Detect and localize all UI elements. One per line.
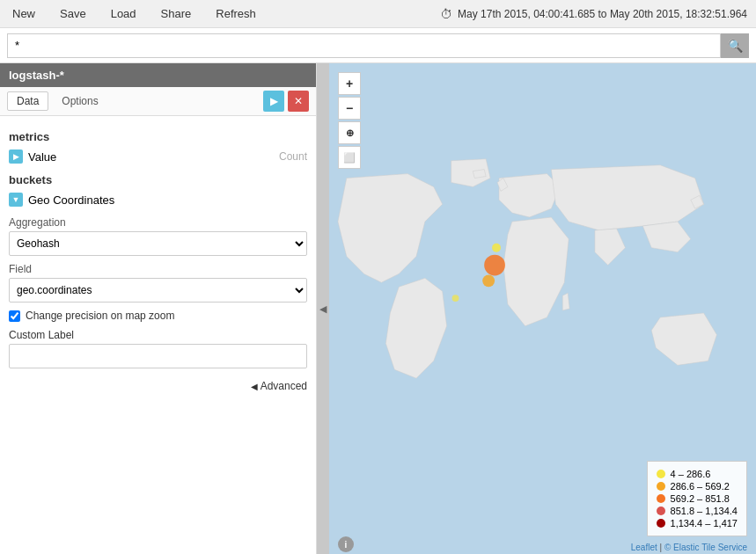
map-controls: + − ⊕ ⬜ (338, 72, 361, 169)
metric-count-label: Count (279, 150, 307, 163)
data-point-3 (482, 274, 495, 287)
search-input[interactable] (7, 33, 721, 58)
legend-range-2: 286.6 – 569.2 (671, 481, 730, 492)
metric-value-icon: ▶ (9, 149, 23, 164)
data-point-1 (484, 255, 505, 276)
advanced-button[interactable]: Advanced (251, 380, 307, 392)
data-point-4 (452, 295, 459, 302)
search-button[interactable]: 🔍 (721, 33, 749, 58)
legend-dot-3 (657, 494, 665, 503)
close-button[interactable]: ✕ (288, 91, 309, 112)
legend-item-5: 1,134.4 – 1,417 (657, 518, 738, 528)
legend-item-3: 569.2 – 851.8 (657, 493, 738, 504)
map-footer: Leaflet | © Elastic Tile Service (631, 543, 747, 552)
metric-value-row: ▶ Value Count (9, 147, 307, 166)
search-bar: 🔍 (0, 28, 756, 63)
locate-button[interactable]: ⊕ (338, 121, 361, 144)
attribution-icon[interactable]: i (338, 536, 354, 552)
legend-item-1: 4 – 286.6 (657, 469, 738, 479)
field-select[interactable]: geo.coordinates (9, 278, 307, 303)
legend-dot-5 (657, 519, 665, 528)
aggregation-group: Aggregation Geohash (9, 216, 307, 256)
custom-label-section: Custom Label (9, 329, 307, 368)
metric-value-label: Value (28, 150, 274, 164)
clock-icon: ⏱ (440, 7, 452, 21)
map-area: + − ⊕ ⬜ (329, 63, 756, 554)
share-button[interactable]: Share (158, 7, 195, 20)
save-button[interactable]: Save (56, 7, 90, 20)
buckets-title: buckets (9, 173, 307, 186)
tab-data[interactable]: Data (7, 91, 48, 111)
zoom-out-button[interactable]: − (338, 97, 361, 120)
legend-dot-4 (657, 507, 665, 515)
change-precision-checkbox[interactable] (9, 310, 20, 322)
collapse-arrow[interactable]: ◀ (317, 63, 329, 554)
legend-range-4: 851.8 – 1,134.4 (671, 506, 738, 516)
tabs-row: Data Options ▶ ✕ (0, 87, 316, 116)
change-precision-label: Change precision on map zoom (26, 310, 174, 322)
leaflet-link[interactable]: Leaflet (631, 543, 657, 552)
bucket-geo-label: Geo Coordinates (28, 193, 114, 207)
main-layout: logstash-* Data Options ▶ ✕ metrics ▶ Va… (0, 63, 756, 554)
legend-item-4: 851.8 – 1,134.4 (657, 506, 738, 516)
field-label: Field (9, 263, 307, 275)
tab-options[interactable]: Options (52, 91, 107, 111)
time-range-display: ⏱ May 17th 2015, 04:00:41.685 to May 20t… (440, 7, 747, 21)
time-range-text: May 17th 2015, 04:00:41.685 to May 20th … (458, 8, 747, 20)
legend-range-3: 569.2 – 851.8 (671, 493, 730, 504)
elastic-tile-link[interactable]: © Elastic Tile Service (664, 543, 747, 552)
change-precision-row: Change precision on map zoom (9, 310, 307, 322)
zoom-in-button[interactable]: + (338, 72, 361, 95)
run-button[interactable]: ▶ (263, 91, 284, 112)
panel-header: logstash-* (0, 63, 316, 87)
aggregation-label: Aggregation (9, 216, 307, 229)
bucket-geo-row: ▼ Geo Coordinates (9, 190, 307, 209)
panel-title: logstash-* (9, 69, 64, 82)
legend-item-2: 286.6 – 569.2 (657, 481, 738, 492)
legend-range-5: 1,134.4 – 1,417 (671, 518, 738, 528)
legend-dot-1 (657, 470, 665, 478)
fullscreen-button[interactable]: ⬜ (338, 146, 361, 169)
legend-dot-2 (657, 482, 665, 491)
metrics-title: metrics (9, 130, 307, 143)
left-panel: logstash-* Data Options ▶ ✕ metrics ▶ Va… (0, 63, 317, 554)
advanced-row: Advanced (9, 375, 307, 396)
panel-content: metrics ▶ Value Count buckets ▼ Geo Coor… (0, 116, 316, 403)
data-point-2 (492, 244, 501, 252)
map-legend: 4 – 286.6 286.6 – 569.2 569.2 – 851.8 85… (647, 461, 747, 536)
new-button[interactable]: New (9, 7, 39, 20)
legend-range-1: 4 – 286.6 (671, 469, 711, 479)
bucket-geo-icon: ▼ (9, 193, 23, 207)
custom-label-input[interactable] (9, 344, 307, 368)
toolbar: New Save Load Share Refresh ⏱ May 17th 2… (0, 0, 756, 28)
refresh-button[interactable]: Refresh (212, 7, 260, 20)
field-group: Field geo.coordinates (9, 263, 307, 303)
custom-label-label: Custom Label (9, 329, 307, 341)
load-button[interactable]: Load (107, 7, 140, 20)
aggregation-select[interactable]: Geohash (9, 231, 307, 256)
